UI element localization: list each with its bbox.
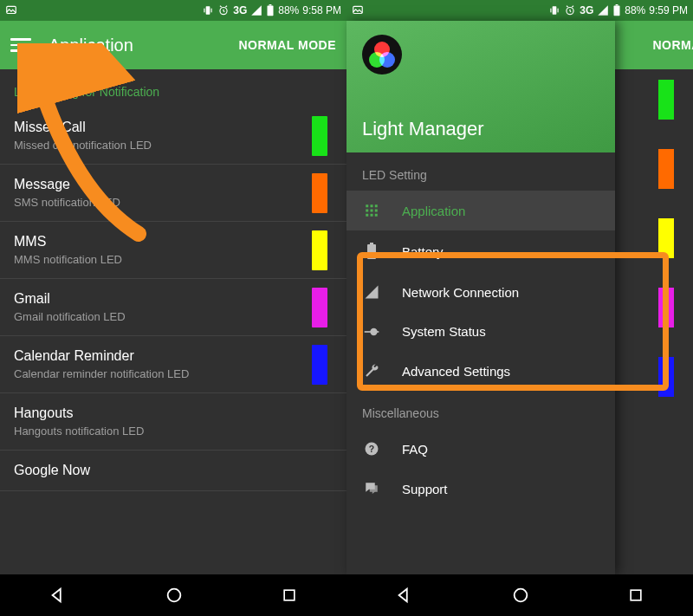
drawer-item-battery[interactable]: Battery [346, 230, 615, 272]
list-item[interactable]: Calendar ReminderCalendar reminder notif… [0, 336, 346, 393]
drawer-item-application[interactable]: Application [346, 191, 615, 230]
list-item-title: Google Now [14, 463, 333, 478]
led-settings-list: Missed CallMissed call notification LEDM… [0, 107, 346, 491]
list-item[interactable]: MMSMMS notification LED [0, 222, 346, 279]
svg-rect-8 [284, 590, 295, 600]
svg-rect-22 [366, 214, 368, 217]
svg-text:?: ? [369, 444, 374, 454]
led-color-swatch[interactable] [312, 230, 327, 270]
svg-rect-3 [211, 9, 212, 13]
svg-rect-18 [375, 204, 378, 207]
drawer-item-label: Application [402, 204, 465, 218]
led-color-swatch[interactable] [658, 357, 674, 397]
svg-rect-25 [367, 244, 376, 259]
svg-rect-19 [366, 210, 368, 212]
led-color-swatch[interactable] [658, 149, 674, 189]
svg-rect-24 [375, 214, 378, 217]
list-item-title: Message [14, 177, 333, 192]
led-color-swatch[interactable] [312, 173, 327, 213]
svg-rect-2 [204, 9, 205, 13]
battery-icon [362, 243, 381, 260]
mode-button[interactable]: NORMAL MODE [652, 38, 693, 52]
drawer-item-network-connection[interactable]: Network Connection [346, 272, 615, 312]
battery-percent: 88% [625, 4, 645, 16]
network-type: 3G [233, 4, 247, 16]
list-item[interactable]: Missed CallMissed call notification LED [0, 107, 346, 165]
phone-left: 3G 88% 9:58 PM Application NORMAL MODE L… [0, 0, 346, 616]
nav-recent-icon[interactable] [627, 587, 644, 604]
drawer-header: Light Manager [346, 21, 615, 152]
battery-icon [612, 4, 621, 16]
status-bar: 3G 88% 9:59 PM [346, 0, 693, 21]
list-item-title: Hangouts [14, 405, 333, 421]
android-navbar [346, 574, 693, 616]
svg-rect-5 [268, 5, 274, 16]
list-item[interactable]: Google Now [0, 451, 346, 491]
drawer-item-system-status[interactable]: System Status [346, 312, 615, 351]
nav-back-icon[interactable] [49, 586, 68, 605]
list-item[interactable]: GmailGmail notification LED [0, 279, 346, 336]
slider-icon [362, 326, 381, 338]
nav-home-icon[interactable] [511, 586, 530, 605]
svg-rect-11 [551, 9, 552, 13]
list-item-subtitle: Gmail notification LED [14, 310, 333, 323]
svg-rect-23 [371, 214, 373, 217]
nav-recent-icon[interactable] [281, 587, 298, 604]
drawer-item-label: System Status [402, 324, 486, 339]
list-item[interactable]: MessageSMS notification LED [0, 165, 346, 222]
hamburger-icon[interactable] [10, 35, 31, 55]
svg-rect-21 [375, 210, 378, 212]
led-color-swatch[interactable] [658, 288, 674, 327]
section-header: LED Setting for Notification [0, 69, 346, 107]
drawer-item-advanced-settings[interactable]: Advanced Settings [346, 351, 615, 391]
status-bar: 3G 88% 9:58 PM [0, 0, 346, 21]
led-color-swatch[interactable] [312, 116, 327, 156]
help-icon: ? [362, 441, 381, 457]
mode-button[interactable]: NORMAL MODE [238, 38, 336, 52]
screenshot-icon [352, 4, 364, 16]
list-item[interactable]: HangoutsHangouts notification LED [0, 393, 346, 451]
app-header: Application NORMAL MODE [0, 21, 346, 69]
drawer-item-faq[interactable]: ?FAQ [346, 429, 615, 469]
svg-rect-1 [206, 6, 210, 14]
nav-drawer: Light Manager LED SettingApplicationBatt… [346, 21, 615, 574]
led-color-swatch[interactable] [312, 288, 327, 327]
drawer-item-label: Support [402, 482, 448, 496]
page-title: Application [49, 36, 221, 55]
svg-rect-15 [616, 4, 619, 5]
chat-icon [362, 481, 381, 496]
network-type: 3G [580, 4, 593, 16]
svg-rect-12 [558, 9, 559, 13]
alarm-icon [564, 4, 576, 16]
svg-rect-10 [553, 6, 557, 14]
grid-icon [362, 203, 381, 218]
nav-back-icon[interactable] [395, 586, 414, 605]
alarm-icon [217, 4, 230, 16]
clock-time: 9:58 PM [302, 4, 341, 16]
list-item-subtitle: MMS notification LED [14, 253, 333, 266]
svg-rect-6 [269, 4, 272, 5]
signal-icon [362, 284, 381, 300]
drawer-section-label: Miscellaneous [346, 391, 615, 429]
list-item-subtitle: Missed call notification LED [14, 139, 333, 152]
svg-rect-20 [371, 210, 373, 212]
list-item-subtitle: Hangouts notification LED [14, 425, 333, 438]
led-color-swatch[interactable] [658, 80, 674, 120]
wrench-icon [362, 363, 381, 379]
list-item-title: Missed Call [14, 120, 333, 135]
battery-icon [266, 4, 275, 16]
drawer-item-support[interactable]: Support [346, 469, 615, 509]
svg-rect-17 [371, 204, 373, 207]
drawer-section-label: LED Setting [346, 152, 615, 191]
led-color-swatch[interactable] [312, 345, 327, 385]
signal-icon [597, 4, 609, 16]
drawer-item-label: Advanced Settings [402, 364, 510, 379]
app-logo-icon [362, 35, 402, 75]
led-color-swatch[interactable] [658, 218, 674, 258]
svg-point-28 [371, 328, 377, 334]
signal-icon [250, 4, 262, 16]
list-item-title: MMS [14, 234, 333, 250]
nav-home-icon[interactable] [165, 586, 184, 605]
svg-rect-16 [366, 204, 368, 207]
vibrate-icon [202, 4, 214, 16]
